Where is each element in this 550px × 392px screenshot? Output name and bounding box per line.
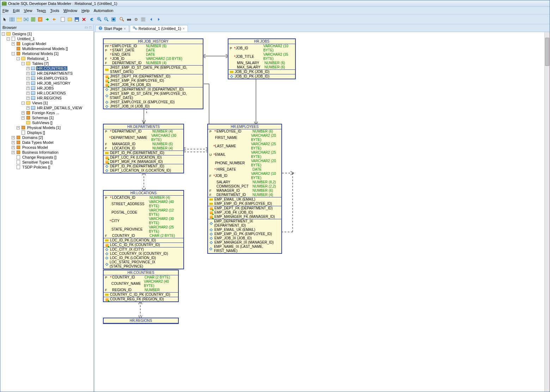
tree-item-t_regions[interactable]: +HR.REGIONS [0,96,93,100]
table-hr-departments[interactable]: HR.DEPARTMENTSP*DEPARTMENT_IDNUMBER (4)*… [103,124,184,173]
arrow-right-green-icon[interactable] [44,16,50,23]
tree-toggle-icon[interactable]: + [12,146,15,149]
table-hr-countries[interactable]: HR.COUNTRIESP*COUNTRY_IDCHAR (2 BYTE)COU… [103,270,179,302]
tree-toggle-icon[interactable]: + [12,151,15,154]
tree-toggle-icon[interactable]: + [12,42,15,45]
binoculars-icon[interactable] [126,16,132,23]
tab-relational[interactable]: Relational_1 (Untitled_1) × [130,25,188,32]
svg-rect-6 [17,17,22,22]
tree-type-icon [31,91,36,96]
tree-item-t_departments[interactable]: +HR.DEPARTMENTS [0,71,93,76]
tree-item-schemas[interactable]: +Schemas [1] [0,115,93,120]
grid-icon[interactable] [140,16,146,23]
tree-item-physical[interactable]: +Physical Models [1] [0,125,93,130]
tree-item-tsdp[interactable]: TSDP Policies [] [0,165,93,170]
close-red-icon[interactable] [81,16,87,23]
tree-toggle-icon[interactable]: - [12,52,15,55]
tree-toggle-icon[interactable]: + [26,72,30,75]
menu-tools[interactable]: Tools [50,8,59,13]
table-column: FIRST_NAMEVARCHAR2 (20 BYTE) [208,134,281,142]
tree-toggle-icon[interactable]: + [17,126,20,129]
relation-icon[interactable] [23,16,29,23]
new-icon[interactable] [60,16,66,23]
minimize-panel-icon[interactable]: ▭ [85,25,88,29]
split-icon[interactable] [30,16,36,23]
tree-item-logical[interactable]: +Logical Model [0,41,93,46]
table-hr-jobs[interactable]: HR.JOBSP*JOB_IDVARCHAR2 (10 BYTE)*JOB_TI… [228,38,296,79]
tree-toggle-icon[interactable]: + [26,77,30,80]
pointer-icon[interactable] [2,16,8,23]
tree-item-t_locations[interactable]: +HR.LOCATIONS [0,91,93,96]
gear-icon[interactable] [133,16,139,23]
tree-item-t_jobhist[interactable]: +HR.JOB_HISTORY [0,81,93,86]
tree-toggle-icon[interactable]: + [26,67,30,70]
tree-toggle-icon[interactable]: + [22,116,25,120]
tree-item-designs[interactable]: -Designs [1] [0,31,93,36]
menu-edit[interactable]: Edit [13,8,20,13]
fit-icon[interactable] [110,16,117,23]
tree-item-business[interactable]: +Business Information [0,150,93,155]
arrow-left-orange-icon[interactable] [51,16,57,23]
tree-toggle-icon[interactable]: + [26,92,30,95]
tree-toggle-icon[interactable]: - [17,57,20,60]
tree-toggle-icon[interactable]: + [26,82,30,85]
diagram-canvas[interactable]: HR.JOB_HISTORYPF*EMPLOYEE_IDNUMBER (6)P*… [94,32,550,392]
zoom-out-icon[interactable] [103,16,110,23]
table-hr-regions[interactable]: HR.REGIONS [103,318,179,324]
tree-item-displays[interactable]: Displays [] [0,130,93,135]
tree-toggle-icon[interactable]: - [7,37,10,41]
tree-item-process[interactable]: +Process Model [0,145,93,150]
save-icon[interactable] [74,16,80,23]
tree-item-tables[interactable]: -Tables [7] [0,61,93,66]
tree-item-datatypes[interactable]: +Data Types Model [0,140,93,145]
tree-item-t_countries[interactable]: +HR.COUNTRIES [0,66,93,71]
tree-item-untitled[interactable]: -Untitled_1 [0,36,93,41]
tree-toggle-icon[interactable]: + [26,87,30,90]
tree-item-domains[interactable]: +Domains [2] [0,135,93,140]
forward-icon[interactable] [155,16,162,23]
search-icon[interactable] [119,16,125,23]
view-icon[interactable] [16,16,22,23]
tree-item-fks[interactable]: +Foreign Keys ... [0,110,93,115]
zoom-left-icon[interactable] [89,16,96,23]
tree-toggle-icon[interactable]: + [26,106,30,110]
open-icon[interactable] [67,16,73,23]
tree-toggle-icon[interactable]: - [2,32,5,36]
menu-automation[interactable]: Automation [94,8,114,13]
tree-item-t_jobs[interactable]: +HR.JOBS [0,86,93,91]
menu-window[interactable]: Window [63,8,77,13]
table-icon[interactable] [9,16,15,23]
zoom-in-icon[interactable] [96,16,103,23]
tree-toggle-icon[interactable]: + [26,97,30,100]
menu-team[interactable]: Team [36,8,46,13]
tab-start-page[interactable]: ? Start Page × [95,25,129,32]
tree-toggle-icon[interactable]: + [12,141,15,144]
merge-icon[interactable] [37,16,43,23]
tree-item-relmodels[interactable]: -Relational Models [1] [0,51,93,56]
table-hr-job-history[interactable]: HR.JOB_HISTORYPF*EMPLOYEE_IDNUMBER (6)P*… [103,38,203,109]
tree-toggle-icon[interactable]: + [12,136,15,139]
tree-toggle-icon[interactable]: - [22,102,25,105]
tree-item-changereq[interactable]: Change Requests [] [0,155,93,160]
close-tab-icon[interactable]: × [183,27,185,31]
tree-item-sensitive[interactable]: Sensitive Types [] [0,160,93,165]
menu-help[interactable]: Help [81,8,90,13]
tree-item-subviews[interactable]: SubViews [] [0,120,93,125]
vertical-scrollbar[interactable] [544,32,550,392]
tree-item-t_employees[interactable]: +HR.EMPLOYEES [0,76,93,81]
restore-panel-icon[interactable]: □ [89,25,91,29]
tree-toggle-icon[interactable]: + [22,111,25,115]
tree[interactable]: -Designs [1]-Untitled_1+Logical ModelMul… [0,31,93,392]
tree-item-multidim[interactable]: Multidimensional Models [] [0,46,93,51]
back-icon[interactable] [148,16,155,23]
table-hr-employees[interactable]: HR.EMPLOYEESP*EMPLOYEE_IDNUMBER (6)FIRST… [207,124,282,254]
tree-toggle-icon[interactable]: - [22,62,25,65]
tree-type-icon [26,115,31,120]
menu-file[interactable]: File [2,8,9,13]
tree-item-rel1[interactable]: -Relational_1 [0,56,93,61]
table-hr-locations[interactable]: HR.LOCATIONSP*LOCATION_IDNUMBER (4)STREE… [103,190,184,269]
tree-item-views[interactable]: -Views [1] [0,100,93,105]
close-tab-icon[interactable]: × [124,27,126,31]
tree-item-v_emp[interactable]: +HR.EMP_DETAILS_VIEW [0,105,93,110]
menu-view[interactable]: View [24,8,32,13]
